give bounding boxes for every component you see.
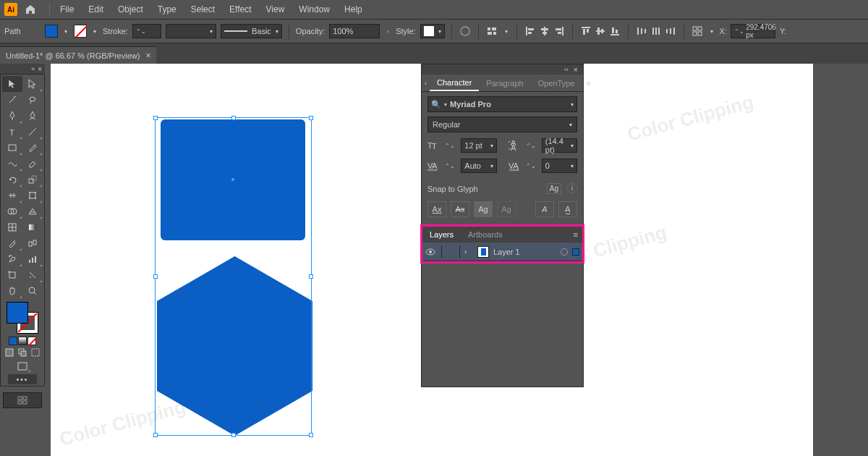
- tab-character[interactable]: Character: [430, 75, 479, 91]
- distribute-hleft-icon[interactable]: [635, 25, 648, 38]
- direct-selection-tool[interactable]: [22, 76, 43, 92]
- screen-mode-icon[interactable]: [14, 360, 31, 373]
- layer-visibility-icon[interactable]: [425, 248, 437, 256]
- tab-close-icon[interactable]: ×: [145, 51, 150, 61]
- menu-file[interactable]: File: [53, 1, 81, 17]
- selection-tool[interactable]: [2, 76, 22, 92]
- line-tool[interactable]: [22, 124, 43, 140]
- fill-stroke-controls[interactable]: [7, 302, 38, 334]
- tool-collapse-icon[interactable]: «: [31, 65, 35, 72]
- tool-close-icon[interactable]: ×: [38, 65, 42, 73]
- snap-info-icon[interactable]: i: [567, 183, 577, 193]
- layers-menu-icon[interactable]: ≡: [569, 230, 582, 239]
- fill-swatch[interactable]: [45, 25, 58, 38]
- edit-toolbar-button[interactable]: •••: [8, 374, 37, 384]
- rectangle-tool[interactable]: [2, 140, 22, 156]
- free-transform-tool[interactable]: [22, 187, 43, 203]
- symbol-sprayer-tool[interactable]: [2, 251, 22, 267]
- opacity-input[interactable]: 100%: [329, 24, 380, 38]
- stroke-weight-input[interactable]: ⌃⌄: [132, 24, 161, 38]
- width-tool[interactable]: [2, 187, 22, 203]
- zoom-tool[interactable]: [22, 283, 43, 299]
- snap-glyph-icon[interactable]: Ag: [547, 183, 561, 194]
- x-input[interactable]: ⌃⌄292.4706 px: [731, 24, 775, 38]
- font-size-input[interactable]: 12 pt▾: [461, 138, 496, 153]
- color-mode-gradient[interactable]: [18, 337, 27, 345]
- blend-tool[interactable]: [22, 235, 43, 251]
- menu-select[interactable]: Select: [184, 1, 222, 17]
- align-hcenter-icon[interactable]: [538, 25, 551, 38]
- kerning-input[interactable]: Auto▾: [461, 159, 496, 173]
- transform-dropdown[interactable]: ▾: [708, 26, 715, 36]
- panel-flyout-icon[interactable]: ‹: [422, 80, 430, 87]
- transform-panel-icon[interactable]: [691, 25, 704, 38]
- font-family-dropdown-icon[interactable]: ▾: [571, 101, 574, 108]
- tracking-input[interactable]: 0▾: [542, 159, 577, 173]
- opacity-dropdown-icon[interactable]: ›: [384, 26, 391, 36]
- glyph-bounds-icon[interactable]: Ag: [474, 201, 493, 217]
- panel-titlebar[interactable]: ‹‹ ×: [422, 64, 583, 75]
- curvature-tool[interactable]: [22, 108, 43, 124]
- magic-wand-tool[interactable]: [2, 92, 22, 108]
- scale-tool[interactable]: [22, 172, 43, 187]
- panel-menu-icon[interactable]: ≡: [582, 79, 595, 88]
- stroke-type-select[interactable]: ▾: [166, 24, 216, 38]
- type-tool[interactable]: T: [2, 124, 22, 140]
- draw-behind-icon[interactable]: [16, 347, 29, 358]
- align-right-icon[interactable]: [553, 25, 566, 38]
- selection-bounding-box[interactable]: [155, 117, 312, 436]
- align-bottom-icon[interactable]: [608, 25, 621, 38]
- font-family-select[interactable]: 🔍 ▾ Myriad Pro ▾: [427, 96, 577, 112]
- stroke-swatch[interactable]: [74, 25, 87, 38]
- distribute-hcenter-icon[interactable]: [650, 25, 663, 38]
- stroke-dropdown-icon[interactable]: ▾: [91, 26, 98, 36]
- lasso-tool[interactable]: [22, 92, 43, 108]
- stroke-profile-select[interactable]: Basic ▾: [221, 24, 282, 38]
- home-icon[interactable]: [23, 2, 38, 17]
- rotate-tool[interactable]: [2, 172, 22, 187]
- document-tab[interactable]: Untitled-1* @ 66.67 % (RGB/Preview) ×: [0, 46, 156, 64]
- menu-window[interactable]: Window: [292, 1, 337, 17]
- panel-collapse-icon[interactable]: ‹‹: [564, 66, 569, 73]
- panel-close-icon[interactable]: ×: [571, 65, 580, 74]
- eraser-tool[interactable]: [22, 156, 43, 172]
- leading-input[interactable]: (14.4 pt)▾: [542, 138, 577, 153]
- recolor-icon[interactable]: [459, 25, 472, 38]
- fill-dropdown-icon[interactable]: ▾: [62, 26, 69, 36]
- fill-color-big[interactable]: [7, 302, 28, 324]
- font-style-select[interactable]: Regular ▾: [427, 117, 577, 132]
- eyedropper-tool[interactable]: [2, 235, 22, 251]
- layer-target-icon[interactable]: [561, 248, 568, 256]
- menu-view[interactable]: View: [259, 1, 292, 17]
- menu-object[interactable]: Object: [111, 1, 150, 17]
- glyph-angular-icon[interactable]: A: [535, 201, 554, 217]
- align-panel-dropdown[interactable]: ▾: [503, 26, 510, 36]
- canvas-area[interactable]: Color Clipping Color Clipping Color Clip…: [46, 64, 868, 456]
- menu-effect[interactable]: Effect: [222, 1, 258, 17]
- tab-layers[interactable]: Layers: [422, 227, 461, 242]
- color-mode-none[interactable]: [27, 337, 36, 345]
- hand-tool[interactable]: [2, 283, 22, 299]
- artboard-tool[interactable]: [2, 267, 22, 283]
- menu-edit[interactable]: Edit: [81, 1, 111, 17]
- glyph-proximity-icon[interactable]: Ag: [497, 201, 516, 217]
- align-panel-icon[interactable]: [485, 25, 498, 38]
- edit-tools-button[interactable]: [3, 392, 42, 408]
- distribute-hright-icon[interactable]: [664, 25, 677, 38]
- style-select[interactable]: ▾: [420, 24, 445, 38]
- tab-artboards[interactable]: Artboards: [461, 227, 510, 242]
- font-filter-dropdown-icon[interactable]: ▾: [444, 101, 447, 108]
- menu-help[interactable]: Help: [337, 1, 370, 17]
- align-top-icon[interactable]: [579, 25, 592, 38]
- graph-tool[interactable]: [22, 251, 43, 267]
- mesh-tool[interactable]: [2, 219, 22, 235]
- layer-selection-indicator[interactable]: [572, 248, 579, 256]
- shaper-tool[interactable]: [2, 156, 22, 172]
- pen-tool[interactable]: [2, 108, 22, 124]
- shape-builder-tool[interactable]: [2, 203, 22, 219]
- menu-type[interactable]: Type: [150, 1, 184, 17]
- layer-expand-icon[interactable]: ›: [464, 248, 473, 256]
- color-mode-solid[interactable]: [9, 337, 17, 345]
- draw-normal-icon[interactable]: [3, 347, 16, 358]
- paintbrush-tool[interactable]: [22, 140, 43, 156]
